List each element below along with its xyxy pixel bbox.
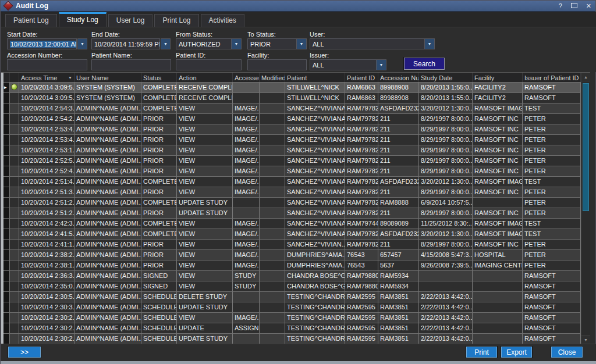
scroll-up-icon[interactable]: ▲ [581,73,590,81]
table-row[interactable]: 10/20/2014 2:51:2...ADMIN^NAME (ADMI...P… [3,208,581,219]
column-header-user-name[interactable]: User Name [74,73,141,82]
start-date-dropdown-button[interactable]: ▼ [77,38,87,49]
sort-desc-icon[interactable]: ▼ [67,76,72,80]
end-date-input[interactable]: 10/20/2014 11:59:59 PM [91,38,160,49]
dropdown-arrow-icon[interactable]: ▼ [231,39,241,49]
table-cell: VIEW [177,177,233,187]
table-row[interactable]: 10/20/2014 2:54:3...ADMIN^NAME (ADMI...C… [3,104,581,114]
tab-patient-log[interactable]: Patient Log [5,14,57,27]
table-cell: 10/20/2014 2:41:1... [19,240,74,250]
table-row[interactable]: ▸10/20/2014 3:09:5...SYSTEM (SYSTEM)COMP… [3,83,581,93]
table-row[interactable]: 10/20/2014 2:38:2...ADMIN^NAME (ADMI...P… [3,250,581,260]
table-row[interactable]: 10/20/2014 2:52:5...ADMIN^NAME (ADMI...P… [3,156,581,166]
export-button[interactable]: Export [501,347,532,358]
column-header-study-date[interactable]: Study Date [419,73,473,82]
table-cell: RAMSOFT INC [473,187,523,198]
facility-input[interactable] [247,59,307,70]
table-cell [260,135,285,145]
table-row[interactable]: 10/20/2014 2:53:1...ADMIN^NAME (ADMI...P… [3,145,581,156]
column-header-issuer[interactable]: Issuer of Patient ID [523,73,581,82]
table-row[interactable]: 10/20/2014 2:51:2...ADMIN^NAME (ADMI...C… [3,198,581,208]
scrollbar-thumb[interactable] [583,83,589,211]
tab-print-log[interactable]: Print Log [154,14,198,27]
table-cell: ADMIN^NAME (ADMI... [74,177,141,187]
table-row[interactable]: 10/20/2014 2:53:4...ADMIN^NAME (ADMI...P… [3,135,581,145]
end-date-dropdown-button[interactable]: ▼ [161,38,171,49]
table-cell: VIEW [177,124,233,135]
table-row[interactable]: 10/20/2014 2:30:2...ADMIN^NAME (ADMI...S… [3,323,581,334]
close-icon[interactable]: ✕ [586,3,591,9]
to-status-select[interactable]: PRIOR ▼ [247,38,307,49]
column-header-action[interactable]: Action [177,73,233,82]
table-row[interactable]: 10/20/2014 2:41:1...ADMIN^NAME (ADMI...P… [3,240,581,250]
print-button[interactable]: Print [466,347,497,358]
tab-activities[interactable]: Activities [201,14,244,27]
table-row[interactable]: 10/20/2014 2:30:5...ADMIN^NAME (ADMI...S… [3,292,581,302]
maximize-icon[interactable] [571,3,577,9]
table-cell: RAM2595 [345,334,378,344]
patient-name-input[interactable] [91,59,171,70]
patient-id-input[interactable] [176,59,242,70]
table-row[interactable]: 10/20/2014 2:51:3...ADMIN^NAME (ADMI...P… [3,187,581,198]
user-select[interactable]: ALL ▼ [310,38,435,49]
table-row[interactable]: 10/20/2014 2:42:3...ADMIN^NAME (ADMI...C… [3,219,581,229]
scroll-down-icon[interactable]: ▼ [581,335,590,344]
row-indicator [3,177,10,187]
table-row[interactable]: 10/20/2014 3:09:5...SYSTEM (SYSTEM)COMPL… [3,93,581,104]
accession-number-input[interactable] [7,59,87,70]
table-row[interactable]: 10/20/2014 2:36:3...ADMIN^NAME (ADMI...S… [3,271,581,281]
table-row[interactable]: 10/20/2014 2:30:3...ADMIN^NAME (ADMI...S… [3,302,581,313]
table-cell: IMAGE/... [233,135,260,145]
table-cell: RAMSOFT INC [473,156,523,166]
column-header-patient[interactable]: Patient [285,73,345,82]
search-button[interactable]: Search [404,58,445,70]
column-header-accession-number[interactable]: Accession Numb [378,73,419,82]
table-cell [260,104,285,114]
table-cell: FACILITY2 [473,93,523,104]
table-cell [473,313,523,323]
column-header-status[interactable]: Status [141,73,177,82]
start-date-input[interactable]: 10/02/2013 12:00:01 AM [7,38,77,49]
table-row[interactable]: 10/20/2014 2:35:0...ADMIN^NAME (ADMI...S… [3,281,581,292]
table-cell: RAMSOFT INC [473,124,523,135]
close-button[interactable]: Close [551,347,583,358]
table-cell: PRIOR [141,124,177,135]
table-cell: 211 [378,114,419,124]
table-cell: RAMSOFT INC [473,114,523,124]
tab-user-log[interactable]: User Log [108,14,153,27]
tab-study-log[interactable]: Study Log [59,12,107,27]
dropdown-arrow-icon[interactable]: ▼ [376,60,386,70]
from-status-select[interactable]: AUTHORIZED ▼ [176,38,242,49]
vertical-scrollbar[interactable]: ▲ ▼ [581,73,590,344]
table-cell: RAM3851 [378,292,419,302]
audit-table: Access Time ▼ User Name Status Action Ac… [1,72,590,344]
column-header-patient-id[interactable]: Patient ID [345,73,378,82]
column-header-modified[interactable]: Modified [260,73,285,82]
table-cell: IMAGE/... [233,156,260,166]
help-icon[interactable]: ? [559,3,562,9]
facility-label: Facility: [247,52,269,59]
table-cell: PETER [523,156,581,166]
table-row[interactable]: 10/20/2014 2:54:2...ADMIN^NAME (ADMI...P… [3,114,581,124]
dropdown-arrow-icon[interactable]: ▼ [424,39,434,49]
column-header-facility[interactable]: Facility [473,73,523,82]
table-cell: RAM6863 [345,93,378,104]
table-cell: RAMSOFT INC [473,135,523,145]
table-cell: RAMSOFT IMAG... [473,229,523,240]
column-header-accessed[interactable]: Accessed [233,73,260,82]
table-row[interactable]: 10/20/2014 2:52:4...ADMIN^NAME (ADMI...P… [3,166,581,177]
from-status-label: From Status: [176,31,212,38]
table-row[interactable]: 10/20/2014 2:30:2...ADMIN^NAME (ADMI...S… [3,334,581,344]
table-row[interactable]: 10/20/2014 2:51:4...ADMIN^NAME (ADMI...C… [3,177,581,187]
table-row[interactable]: 10/20/2014 2:41:5...ADMIN^NAME (ADMI...C… [3,229,581,240]
row-status-cell [10,124,19,135]
dropdown-arrow-icon[interactable]: ▼ [296,39,306,49]
table-row[interactable]: 10/20/2014 2:53:4...ADMIN^NAME (ADMI...P… [3,124,581,135]
table-cell: RAMSOFT INC [473,208,523,219]
column-header-access-time[interactable]: Access Time ▼ [19,73,74,82]
table-cell: IMAGE/... [233,145,260,156]
issuer-select[interactable]: ALL ▼ [310,59,386,70]
table-row[interactable]: 10/20/2014 2:38:1...ADMIN^NAME (ADMI...P… [3,260,581,271]
expand-button[interactable]: >> [8,347,41,358]
table-row[interactable]: 10/20/2014 2:30:2...ADMIN^NAME (ADMI...S… [3,313,581,323]
